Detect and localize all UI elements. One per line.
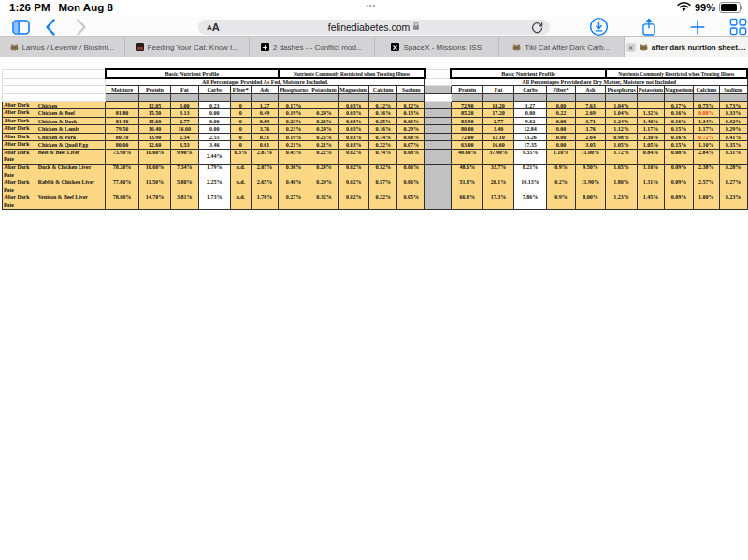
- value-cell: 0.74%: [368, 149, 397, 164]
- value-cell: 1.27: [513, 101, 546, 109]
- status-time: 1:26 PM: [9, 2, 50, 13]
- value-cell: 2.87%: [251, 149, 278, 164]
- sheet-cell: [483, 93, 513, 101]
- value-cell: 0.08%: [397, 133, 425, 141]
- safari-toolbar: AA felinediabetes.com: [0, 17, 748, 36]
- sheet-cell: [3, 93, 36, 101]
- value-cell: 0.00: [547, 141, 575, 150]
- downloads-button[interactable]: [587, 17, 610, 36]
- cat-favicon-icon: [10, 43, 19, 51]
- value-cell: 80.00: [106, 141, 139, 150]
- reload-button[interactable]: [531, 21, 543, 37]
- value-cell: 0.16%: [664, 109, 693, 118]
- value-cell: 0.00: [198, 109, 230, 118]
- share-button[interactable]: [639, 17, 659, 36]
- sheet-cell: [425, 69, 452, 78]
- value-cell: 17.3%: [483, 194, 513, 209]
- column-header: Sodium: [719, 86, 747, 94]
- value-cell: 0.9%: [547, 194, 575, 209]
- value-cell: 0.61: [251, 141, 278, 150]
- value-cell: 0.36%: [279, 164, 309, 179]
- value-cell: 0.13%: [397, 109, 425, 118]
- value-cell: 1.23%: [606, 194, 638, 209]
- value-cell: 0.03%: [338, 141, 368, 150]
- sheet-cell: [198, 93, 230, 101]
- value-cell: 0.15%: [664, 141, 693, 150]
- value-cell: 1.10%: [638, 164, 665, 179]
- value-cell: 1.30%: [638, 133, 665, 141]
- value-cell: 1.05%: [638, 141, 665, 150]
- value-cell: 3.76: [251, 125, 278, 134]
- sidebar-toggle-button[interactable]: [10, 17, 31, 36]
- tab-title: after dark nutrtion sheet....: [652, 43, 746, 51]
- value-cell: 0: [230, 125, 251, 134]
- value-cell: 3.05: [575, 141, 605, 150]
- value-cell: 0.25%: [309, 133, 339, 141]
- value-cell: 0.19%: [279, 109, 309, 118]
- value-cell: 3.53: [171, 141, 198, 150]
- web-page-content: Basic Nutrient ProfileNutrients Commonly…: [0, 57, 748, 560]
- value-cell: 0: [230, 117, 251, 125]
- close-tab-icon[interactable]: ×: [626, 43, 636, 52]
- forward-button[interactable]: [73, 17, 90, 36]
- sheet-cell: [425, 133, 452, 141]
- product-cell: Venison & Beef Liver: [36, 194, 106, 209]
- value-cell: 5.80%: [171, 179, 198, 194]
- black-plus-favicon-icon: [261, 43, 269, 51]
- value-cell: 0.07%: [397, 141, 425, 150]
- value-cell: 0.84%: [638, 149, 665, 164]
- value-cell: 1.00%: [693, 194, 719, 209]
- browser-tab-2[interactable]: Feeding Your Cat: Know t...: [125, 37, 251, 57]
- value-cell: n.d.: [230, 164, 251, 179]
- value-cell: 0.12%: [368, 101, 397, 109]
- value-cell: 8.21%: [513, 164, 546, 179]
- value-cell: 0.45%: [279, 149, 309, 164]
- column-header: Phosphorus: [606, 86, 638, 94]
- new-tab-button[interactable]: [687, 17, 708, 36]
- value-cell: 0.00: [547, 125, 575, 134]
- value-cell: 0.06%: [397, 179, 425, 194]
- browser-tab-5[interactable]: Tiki Cat After Dark Carb...: [499, 37, 625, 57]
- address-bar[interactable]: AA felinediabetes.com: [198, 20, 550, 35]
- browser-tab-3[interactable]: 2 dashes - - Conflict mod...: [250, 37, 375, 57]
- value-cell: 1.80%: [606, 179, 638, 194]
- value-cell: 11.90%: [575, 179, 605, 194]
- value-cell: 7.63: [575, 101, 605, 109]
- value-cell: 1.27: [251, 101, 278, 109]
- column-header: Potassium: [638, 86, 665, 94]
- value-cell: 3.76: [575, 125, 605, 134]
- value-cell: 1.04%: [606, 109, 638, 118]
- tab-overview-button[interactable]: [727, 17, 748, 36]
- value-cell: 0.98%: [606, 133, 638, 141]
- column-header: Calcium: [693, 86, 719, 94]
- back-button[interactable]: [41, 17, 58, 36]
- value-cell: 33.7%: [483, 164, 513, 179]
- value-cell: 0.16%: [664, 133, 693, 141]
- sheet-cell: [3, 78, 36, 86]
- value-cell: 0.75%: [693, 101, 719, 109]
- sheet-cell: [309, 93, 339, 101]
- value-cell: 0.15%: [664, 125, 693, 134]
- value-cell: 0.24%: [309, 125, 339, 134]
- value-cell: 0.27%: [719, 179, 747, 194]
- value-cell: 0.41%: [719, 133, 747, 141]
- sheet-cell: [575, 93, 605, 101]
- value-cell: 0.22%: [368, 141, 397, 150]
- value-cell: 0.72%: [693, 133, 719, 141]
- browser-tab-1[interactable]: Lantus / Levemir / Biosimi...: [0, 37, 125, 57]
- browser-tab-6[interactable]: ×after dark nutrtion sheet....: [625, 37, 748, 57]
- sheet-cell: [425, 125, 452, 134]
- tab-title: SpaceX - Missions: ISS: [403, 43, 482, 51]
- value-cell: 13.26: [513, 133, 546, 141]
- value-cell: 9.90%: [171, 149, 198, 164]
- value-cell: 14.70%: [138, 194, 170, 209]
- brand-cell: After Dark Pate: [3, 179, 36, 194]
- browser-tab-4[interactable]: SpaceX - Missions: ISS: [375, 37, 500, 57]
- multitasking-dots-icon[interactable]: •••: [366, 1, 376, 9]
- battery-icon: [719, 2, 741, 13]
- value-cell: 0.40%: [279, 179, 309, 194]
- value-cell: 0.16%: [368, 109, 397, 118]
- value-cell: 15.60: [138, 117, 170, 125]
- value-cell: 0.14%: [368, 133, 397, 141]
- value-cell: 0.51: [251, 133, 278, 141]
